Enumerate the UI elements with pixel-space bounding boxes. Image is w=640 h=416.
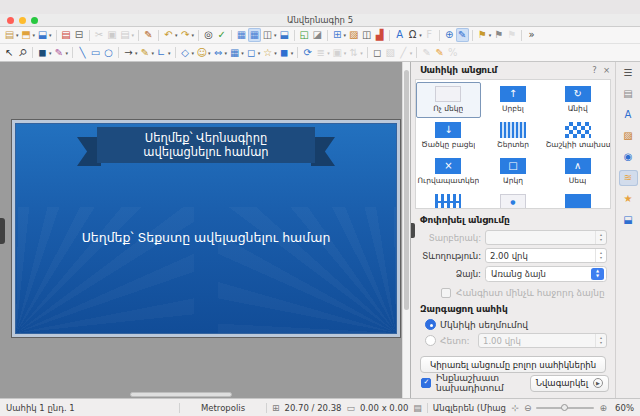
horizontal-scrollbar-thumb[interactable] — [130, 392, 232, 397]
apply-to-all-slides-button[interactable]: Կիրառել անցումը բոլոր սահիկներին — [420, 356, 606, 373]
cut-icon[interactable]: ✂▾ — [93, 28, 106, 42]
arrange-icon[interactable]: ▣▾ — [331, 46, 348, 60]
new-document-icon[interactable]: ▤▾ — [3, 28, 20, 42]
flowchart-icon[interactable]: ▦▾ — [228, 46, 245, 60]
fontwork-icon[interactable]: F▾ — [423, 28, 436, 42]
display-grid-icon[interactable]: ▦▾ — [235, 28, 248, 42]
stars-icon[interactable]: ☆▾ — [261, 46, 278, 60]
export-pdf-icon[interactable]: ▤▾ — [60, 28, 73, 42]
vertical-scrollbar[interactable] — [402, 62, 410, 398]
sidebar-menu-icon[interactable]: ☰ — [619, 65, 638, 81]
tab-master-slides[interactable]: ⬓ — [619, 212, 638, 228]
transition-shape[interactable]: × Ուրվապատկեր — [416, 154, 481, 190]
zoom-icon[interactable]: ⚲▾ — [16, 46, 29, 60]
toolbar-overflow-icon[interactable]: »▾ — [525, 28, 538, 42]
after-field[interactable]: 1.00 վրկ▴▾ — [478, 333, 607, 348]
new-slide-icon[interactable]: ◱▾ — [298, 28, 311, 42]
transition-wedge[interactable]: ∧ Սեպ — [545, 154, 610, 190]
normal-view-icon[interactable]: ⬓▾ — [278, 28, 291, 42]
open-icon[interactable]: ⬒▾ — [20, 28, 37, 42]
crop-icon[interactable]: ▧▾ — [384, 46, 397, 60]
hyperlink-icon[interactable]: ⊕▾ — [443, 28, 456, 42]
stepper-icon[interactable]: ▴▾ — [595, 334, 606, 347]
zoom-slider-thumb[interactable] — [561, 404, 568, 411]
slide-text-placeholder[interactable]: Սեղմեք՝ Տեքստը ավելացնելու համար — [12, 230, 400, 245]
automatic-preview-checkbox[interactable] — [421, 378, 431, 388]
stepper-icon[interactable]: ▴▾ — [595, 249, 606, 262]
sound-select[interactable]: Առանց ձայն▲▼ — [485, 266, 607, 282]
zoom-level-status[interactable]: 60% — [612, 403, 634, 413]
basic-shapes-icon[interactable]: ◇▾ — [179, 46, 196, 60]
transition-wipe[interactable]: ↑ Սրբել — [481, 82, 546, 118]
variant-field[interactable]: ▴▾ — [485, 230, 607, 245]
transition-uncover[interactable]: ↓ Ծածկը բացել — [416, 118, 481, 154]
snap-to-grid-icon[interactable]: ▦▾ — [248, 28, 261, 42]
transition-bars[interactable]: Շերտեր — [481, 118, 546, 154]
spelling-icon[interactable]: ✓▾ — [215, 28, 228, 42]
paste-icon[interactable]: ▤▾ — [119, 28, 136, 42]
transition-checkers[interactable]: Շաշկիի տախստակ — [545, 118, 610, 154]
duration-field[interactable]: 2.00 վրկ▴▾ — [485, 248, 607, 263]
line-color-icon[interactable]: ✎▾ — [53, 46, 70, 60]
ellipse-icon[interactable]: ○▾ — [102, 46, 115, 60]
on-click-radio[interactable] — [425, 319, 436, 330]
curves-polygons-icon[interactable]: ✎▾ — [139, 46, 156, 60]
transition-none[interactable]: Ոչ մեկը — [416, 82, 481, 118]
slide-canvas[interactable]: Սեղմեք՝ Վերնագիրը ավելացնելու համար Սեղմ… — [11, 119, 401, 338]
copy-icon[interactable]: ▣▾ — [106, 28, 119, 42]
transition-fade[interactable]: ● Մարել — [481, 190, 546, 209]
connectors-icon[interactable]: ∟▾ — [155, 46, 172, 60]
insert-line-icon[interactable]: ╲▾ — [76, 46, 89, 60]
slide-number-status[interactable]: Սահիկ 1 ընդ. 1 — [6, 403, 174, 413]
sidebar-splitter-handle[interactable] — [411, 223, 415, 238]
object-size-status[interactable]: 0.00 x 0.00 — [360, 403, 408, 413]
display-views-icon[interactable]: ◫▾ — [261, 28, 278, 42]
insert-image-icon[interactable]: ▨▾ — [347, 28, 360, 42]
zoom-out-icon[interactable]: ⊖ — [524, 403, 532, 413]
rectangle-icon[interactable]: ▭▾ — [89, 46, 102, 60]
after-radio[interactable] — [425, 335, 436, 346]
fill-color-icon[interactable]: ◼▾ — [36, 46, 53, 60]
show-draw-functions-icon[interactable]: ✎▾ — [456, 28, 469, 42]
insert-comment-icon[interactable]: ⚑▾ — [476, 28, 493, 42]
stepper-icon[interactable]: ▴▾ — [595, 231, 606, 244]
tab-slide-transition[interactable]: ≋ — [619, 170, 638, 186]
transition-box[interactable]: □ Արկղ — [481, 154, 546, 190]
tab-styles[interactable]: A — [619, 107, 638, 123]
redo-icon[interactable]: ↷▾ — [179, 28, 196, 42]
show-comments-icon[interactable]: ⚑▾ — [492, 28, 505, 42]
toggle-extrusion-icon[interactable]: %▾ — [446, 46, 459, 60]
tab-animation[interactable]: ★ — [619, 191, 638, 207]
flip-icon[interactable]: ⇅▾ — [347, 46, 364, 60]
loop-until-next-sound-checkbox[interactable] — [441, 288, 451, 298]
cursor-position-status[interactable]: 20.70 / 20.38 — [285, 403, 342, 413]
tab-navigator[interactable]: ◉ — [619, 149, 638, 165]
vertical-scrollbar-thumb[interactable] — [404, 70, 409, 310]
insert-text-box-icon[interactable]: A▾ — [393, 28, 406, 42]
transition-wheel[interactable]: ↻ Անիվ — [545, 82, 610, 118]
image-filter-icon[interactable]: ╱▾ — [397, 46, 414, 60]
rotate-icon[interactable]: ⟳▾ — [301, 46, 314, 60]
insert-chart-icon[interactable]: ▟▾ — [373, 28, 386, 42]
master-slide-icon[interactable]: ◪▾ — [311, 28, 324, 42]
shadow-icon[interactable]: ◻▾ — [371, 46, 384, 60]
language-status[interactable]: Անգլերեն (Միացյալ Թագավորություն) — [433, 403, 507, 413]
zoom-slider[interactable] — [536, 403, 594, 413]
callouts-icon[interactable]: ◻▾ — [245, 46, 262, 60]
special-character-icon[interactable]: Ω▾ — [406, 28, 423, 42]
template-name-status[interactable]: Metropolis — [185, 403, 261, 413]
undo-icon[interactable]: ↶▾ — [162, 28, 179, 42]
symbol-shapes-icon[interactable]: ☺▾ — [195, 46, 212, 60]
fit-slide-icon[interactable]: ⊹ — [511, 403, 519, 413]
transition-cut[interactable]: Կտրել — [545, 190, 610, 209]
lines-and-arrows-icon[interactable]: →▾ — [122, 46, 139, 60]
document-modified-icon[interactable]: ▤ — [413, 403, 422, 413]
insert-table-icon[interactable]: ⊞▾ — [331, 28, 348, 42]
close-panel-icon[interactable]: × — [603, 65, 610, 75]
insert-columns-icon[interactable]: ◫▾ — [360, 28, 373, 42]
delete-comment-icon[interactable]: ⚑▾ — [505, 28, 518, 42]
tab-gallery[interactable]: ▨ — [619, 128, 638, 144]
find-replace-icon[interactable]: ◎▾ — [202, 28, 215, 42]
align-icon[interactable]: ≣▾ — [314, 46, 331, 60]
block-arrows-icon[interactable]: ⇔▾ — [212, 46, 229, 60]
